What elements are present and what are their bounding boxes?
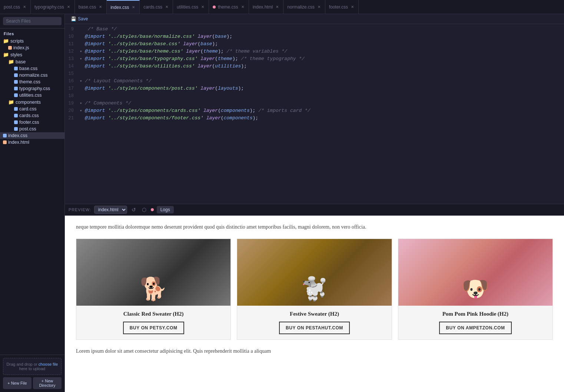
card-1-title: Classic Red Sweater (H2) <box>82 311 225 317</box>
card-2-buy-button[interactable]: BUY ON PESTAHUT.COM <box>279 322 350 334</box>
choose-file-link[interactable]: choose file <box>39 362 58 366</box>
sidebar-item-post-css[interactable]: post.css <box>0 126 64 132</box>
tab-normalize-css[interactable]: normalize.css ✕ <box>283 0 325 14</box>
preview-inner: neque tempore mollitia doloremque nemo d… <box>65 216 564 363</box>
new-directory-button[interactable]: + New Directory <box>33 377 62 389</box>
tab-close-index-css[interactable]: ✕ <box>131 4 136 10</box>
search-input[interactable] <box>3 17 62 25</box>
code-line-18: 18 <box>65 92 564 100</box>
card-3-body: Pom Pom Pink Hoodie (H2) BUY ON AMPETZON… <box>398 306 553 339</box>
save-icon: 💾 <box>71 16 76 21</box>
sidebar-item-cards-css[interactable]: cards.css <box>0 112 64 119</box>
card-3-buy-button[interactable]: BUY ON AMPETZON.COM <box>439 322 511 334</box>
code-line-11: 11 @import '../styles/base/base.css' lay… <box>65 40 564 48</box>
sidebar-item-typography-css[interactable]: typography.css <box>0 85 64 92</box>
sidebar-item-footer-css[interactable]: footer.css <box>0 119 64 126</box>
logs-button[interactable]: Logs <box>157 206 174 213</box>
tab-label: index.html <box>253 4 273 10</box>
drop-zone-text: Drag and drop or choose file here to upl… <box>7 362 58 371</box>
folder-icon: 📁 <box>8 99 14 105</box>
sidebar-item-scripts[interactable]: 📁 scripts <box>0 37 64 44</box>
save-button[interactable]: 💾 Save <box>69 16 90 22</box>
tab-close-normalize-css[interactable]: ✕ <box>317 4 321 10</box>
preview-select[interactable]: index.html <box>94 206 127 214</box>
tab-close-index-html[interactable]: ✕ <box>275 4 279 10</box>
new-file-button[interactable]: + New File <box>3 377 31 389</box>
file-dot-blue <box>14 67 18 70</box>
code-line-19: 19 ▾ /* Components */ <box>65 100 564 107</box>
sidebar-item-base-css[interactable]: base.css <box>0 65 64 72</box>
sidebar-item-label: scripts <box>10 39 24 44</box>
sidebar-search-area <box>0 14 64 29</box>
tab-close-theme-css[interactable]: ✕ <box>240 4 245 10</box>
sidebar-item-index-html[interactable]: index.html <box>0 139 64 146</box>
folder-icon: 📁 <box>3 52 9 57</box>
tab-base-css[interactable]: base.css ✕ <box>75 0 107 14</box>
file-dot-blue <box>14 80 18 84</box>
tab-label: cards.css <box>143 4 162 10</box>
sidebar-title: Files <box>0 29 64 37</box>
file-dot-blue <box>14 93 18 97</box>
tab-close-post-css[interactable]: ✕ <box>22 4 27 10</box>
code-editor[interactable]: 9 /* Base */ 10 @import '../styles/base/… <box>65 24 564 204</box>
file-dot-blue <box>3 134 7 137</box>
tab-index-css[interactable]: index.css ✕ <box>107 0 140 14</box>
file-dot-orange <box>3 140 7 144</box>
card-3: Pom Pom Pink Hoodie (H2) BUY ON AMPETZON… <box>398 239 553 340</box>
tab-theme-css[interactable]: theme.css ✕ <box>209 0 249 14</box>
sidebar-item-card-css[interactable]: card.css <box>0 106 64 112</box>
card-2: Festive Sweater (H2) BUY ON PESTAHUT.COM <box>237 239 392 340</box>
open-external-button[interactable]: ⬡ <box>140 206 148 213</box>
tab-label: theme.css <box>218 4 238 10</box>
code-line-20: 20 ▾ @import '../styles/components/cards… <box>65 107 564 114</box>
sidebar-item-label: styles <box>10 52 22 57</box>
tab-close-base-css[interactable]: ✕ <box>98 4 103 10</box>
code-line-15: 15 <box>65 70 564 77</box>
preview-label: PREVIEW: <box>69 207 91 212</box>
tab-close-footer-css[interactable]: ✕ <box>350 4 355 10</box>
tab-typography-css[interactable]: typography.css ✕ <box>31 0 75 14</box>
cards-grid: Classic Red Sweater (H2) BUY ON PETSY.CO… <box>76 239 553 340</box>
code-line-10: 10 @import '../styles/base/normalize.css… <box>65 33 564 40</box>
tab-label: index.css <box>110 5 129 10</box>
tab-cards-css[interactable]: cards.css ✕ <box>140 0 173 14</box>
refresh-button[interactable]: ↺ <box>130 206 137 213</box>
card-3-title: Pom Pom Pink Hoodie (H2) <box>404 311 547 317</box>
sidebar-item-utilities-css[interactable]: utilities.css <box>0 92 64 99</box>
folder-icon: 📁 <box>3 38 9 44</box>
drop-zone[interactable]: Drag and drop or choose file here to upl… <box>3 358 62 375</box>
tab-utilities-css[interactable]: utilities.css ✕ <box>173 0 209 14</box>
file-dot-orange <box>8 46 12 50</box>
sidebar-item-indexjs[interactable]: index.js <box>0 44 64 51</box>
card-1: Classic Red Sweater (H2) BUY ON PETSY.CO… <box>76 239 231 340</box>
sidebar-item-label: normalize.css <box>19 73 47 78</box>
tab-close-utilities-css[interactable]: ✕ <box>200 4 205 10</box>
sidebar-item-components[interactable]: 📁 components <box>0 99 64 106</box>
sidebar-item-theme-css[interactable]: theme.css <box>0 79 64 85</box>
sidebar-item-label: cards.css <box>19 113 39 118</box>
file-dot-blue <box>14 120 18 124</box>
sidebar-item-index-css[interactable]: index.css <box>0 132 64 139</box>
card-1-image <box>76 239 230 306</box>
tab-close-typography-css[interactable]: ✕ <box>66 4 71 10</box>
sidebar-item-styles[interactable]: 📁 styles <box>0 51 64 58</box>
tab-label: utilities.css <box>177 4 198 10</box>
preview-lorem-text: Lorem ipsum dolor sit amet consectetur a… <box>76 347 553 355</box>
tab-modified-dot <box>213 6 216 9</box>
sidebar-item-label: base.css <box>19 66 37 71</box>
code-line-9: 9 /* Base */ <box>65 26 564 33</box>
sidebar-item-label: footer.css <box>19 120 39 125</box>
sidebar-item-label: typography.css <box>19 86 50 91</box>
tab-label: normalize.css <box>287 4 314 10</box>
sidebar-item-base[interactable]: 📁 base <box>0 58 64 65</box>
tab-index-html[interactable]: index.html ✕ <box>249 0 284 14</box>
sidebar-tree: 📁 scripts index.js 📁 styles 📁 base b <box>0 37 64 355</box>
tab-close-cards-css[interactable]: ✕ <box>165 4 169 10</box>
sidebar-item-normalize-css[interactable]: normalize.css <box>0 72 64 79</box>
card-1-buy-button[interactable]: BUY ON PETSY.COM <box>123 322 184 334</box>
sidebar-item-label: index.css <box>8 133 27 138</box>
tab-post-css[interactable]: post.css ✕ <box>0 0 31 14</box>
tab-footer-css[interactable]: footer.css ✕ <box>325 0 359 14</box>
code-line-14: 14 @import '../styles/base/utilities.css… <box>65 63 564 70</box>
sidebar-bottom: Drag and drop or choose file here to upl… <box>0 355 64 392</box>
